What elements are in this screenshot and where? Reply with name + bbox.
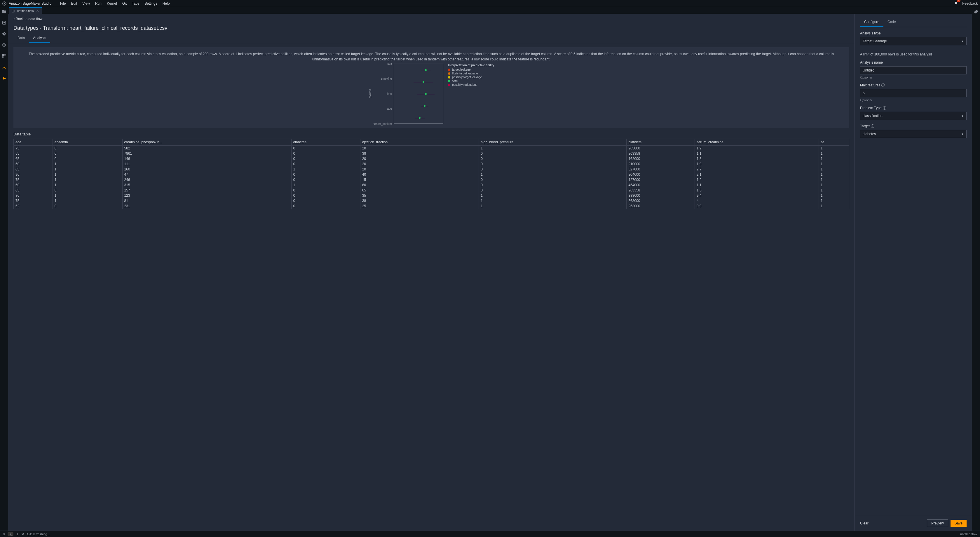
table-row[interactable]: 65014602001620001.31 <box>14 156 849 161</box>
data-table[interactable]: ageanaemiacreatinine_phosphokin...diabet… <box>13 139 849 531</box>
tab-data[interactable]: Data <box>13 34 29 43</box>
tab-analysis[interactable]: Analysis <box>29 34 50 43</box>
column-header[interactable]: anaemia <box>52 139 122 146</box>
column-header[interactable]: creatinine_phosphokin... <box>122 139 291 146</box>
menu-run[interactable]: Run <box>95 2 102 6</box>
svg-rect-4 <box>2 54 4 56</box>
status-bar: 0 $_ 1 ⚙ Git: refreshing... untitled.flo… <box>0 531 980 537</box>
svg-point-8 <box>5 68 6 69</box>
column-header[interactable]: se <box>819 139 849 146</box>
table-row[interactable]: 75058202012650001.91 <box>14 146 849 151</box>
table-row[interactable]: 60131516004540001.11 <box>14 183 849 187</box>
chart-point <box>394 94 443 94</box>
table-row[interactable]: 80112303513880009.41 <box>14 193 849 198</box>
column-header[interactable]: ejection_fraction <box>360 139 479 146</box>
menu-help[interactable]: Help <box>162 2 170 6</box>
menu-git[interactable]: Git <box>122 2 127 6</box>
legend-item: possibly redundant <box>448 83 494 86</box>
legend-item: possibly target leakage <box>448 76 494 79</box>
menu-file[interactable]: File <box>60 2 66 6</box>
table-row[interactable]: 50111102002100001.91 <box>14 161 849 167</box>
optional-label: Optional <box>860 76 967 79</box>
running-icon[interactable] <box>2 21 6 25</box>
tab-configure[interactable]: Configure <box>860 18 883 27</box>
table-row[interactable]: 62023102512530000.91 <box>14 203 849 209</box>
status-zero[interactable]: 0 <box>3 532 5 536</box>
tab-bar: ◫ untitled.flow ✕ <box>8 7 972 14</box>
row-limit-note: A limit of 100,000 rows is used for this… <box>860 52 967 56</box>
status-one[interactable]: 1 <box>16 532 18 536</box>
tab-code[interactable]: Code <box>883 18 900 27</box>
problem-type-select[interactable]: classification ▼ <box>860 112 967 120</box>
analysis-panel: The provided predictive metric is roc, c… <box>13 47 849 128</box>
save-button[interactable]: Save <box>951 520 967 527</box>
menu-tabs[interactable]: Tabs <box>132 2 139 6</box>
table-row[interactable]: 550786103802633581.11 <box>14 151 849 156</box>
commands-icon[interactable] <box>2 43 6 47</box>
chevron-down-icon: ▼ <box>961 40 964 43</box>
app-logo-icon <box>2 2 6 6</box>
predictive-chart: column sexsmokingtimeageserum_sodium <box>369 64 444 124</box>
chevron-left-icon: ‹ <box>13 17 14 21</box>
max-features-input[interactable]: 5 <box>860 89 967 97</box>
preview-button[interactable]: Preview <box>927 520 948 527</box>
svg-rect-1 <box>3 22 5 23</box>
target-label: Targeti <box>860 124 967 128</box>
column-header[interactable]: platelets <box>627 139 695 146</box>
table-title: Data table <box>13 132 849 136</box>
chevron-down-icon: ▼ <box>961 114 964 118</box>
table-row[interactable]: 65015706502633581.51 <box>14 187 849 193</box>
table-row[interactable]: 65116012003270002.71 <box>14 167 849 172</box>
extensions-icon[interactable] <box>2 54 6 58</box>
table-row[interactable]: 75124601501270001.21 <box>14 177 849 183</box>
analysis-name-input[interactable]: Untitled <box>860 66 967 75</box>
menu-edit[interactable]: Edit <box>71 2 77 6</box>
menu-settings[interactable]: Settings <box>145 2 157 6</box>
svg-rect-6 <box>2 56 4 58</box>
chart-legend: Interpretation of predictive ability tar… <box>448 64 494 124</box>
terminal-indicator[interactable]: $_ <box>8 532 13 536</box>
close-icon[interactable]: ✕ <box>36 9 39 13</box>
info-icon[interactable]: i <box>871 124 874 128</box>
folder-icon[interactable] <box>2 10 6 14</box>
legend-item: likely target leakage <box>448 72 494 75</box>
column-header[interactable]: serum_creatinine <box>695 139 819 146</box>
table-row[interactable]: 9014704012040002.11 <box>14 172 849 177</box>
git-icon[interactable] <box>2 32 6 36</box>
column-header[interactable]: age <box>14 139 53 146</box>
app-title: Amazon SageMaker Studio <box>9 2 51 6</box>
back-link[interactable]: ‹ Back to data flow <box>8 17 854 23</box>
info-icon[interactable]: i <box>881 83 885 87</box>
feedback-link[interactable]: Feedback <box>962 2 978 6</box>
notifications-button[interactable]: 4 <box>954 1 958 6</box>
menu-kernel[interactable]: Kernel <box>107 2 117 6</box>
status-gear-icon[interactable]: ⚙ <box>21 532 24 536</box>
column-header[interactable]: diabetes <box>291 139 360 146</box>
table-row[interactable]: 75181038136800041 <box>14 198 849 203</box>
clear-button[interactable]: Clear <box>860 521 869 525</box>
git-status[interactable]: Git: refreshing... <box>27 532 50 536</box>
endpoints-icon[interactable] <box>2 65 6 70</box>
max-features-label: Max featuresi <box>860 83 967 87</box>
subtabs: Data Analysis <box>8 34 854 43</box>
legend-item: safe <box>448 79 494 83</box>
target-select[interactable]: diabetes ▼ <box>860 130 967 138</box>
components-icon[interactable] <box>2 76 6 81</box>
analysis-description: The provided predictive metric is roc, c… <box>19 51 844 62</box>
chart-point <box>394 82 443 82</box>
svg-point-3 <box>3 44 5 46</box>
column-header[interactable]: high_blood_pressure <box>479 139 627 146</box>
legend-title: Interpretation of predictive ability <box>448 64 494 67</box>
info-icon[interactable]: i <box>883 106 886 110</box>
svg-rect-5 <box>5 54 6 56</box>
gear-icon[interactable] <box>974 10 978 14</box>
analysis-type-select[interactable]: Target Leakage ▼ <box>860 37 967 45</box>
problem-type-label: Problem Typei <box>860 106 967 110</box>
optional-label-2: Optional <box>860 99 967 102</box>
menu-view[interactable]: View <box>82 2 90 6</box>
svg-point-7 <box>3 68 3 69</box>
tab-untitled-flow[interactable]: ◫ untitled.flow ✕ <box>9 7 42 14</box>
analysis-name-label: Analysis name <box>860 60 967 65</box>
flow-icon: ◫ <box>12 9 14 13</box>
right-rail <box>972 7 980 531</box>
